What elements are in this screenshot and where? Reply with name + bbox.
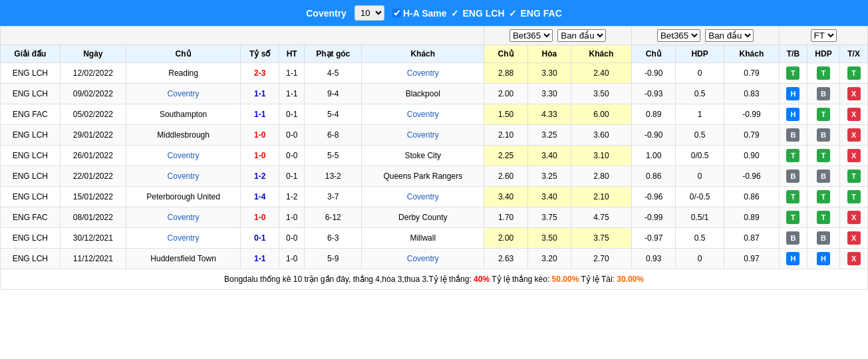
- count-select[interactable]: 10 20: [355, 5, 384, 21]
- col-ht: HT: [279, 45, 305, 63]
- badge-tb: B: [786, 128, 799, 142]
- cell-date: 29/01/2022: [60, 125, 126, 146]
- badge-tb: T: [786, 190, 799, 203]
- footer-text2: Tỷ lệ thắng kèo:: [490, 275, 552, 284]
- badge-tx: X: [847, 128, 861, 142]
- badge-hdp: B: [817, 87, 830, 100]
- cell-away: Coventry: [362, 187, 484, 207]
- away-name: Derby County: [398, 213, 447, 222]
- badge-tx: T: [847, 66, 861, 80]
- home-link[interactable]: Coventry: [168, 89, 200, 98]
- col-o5: HDP: [676, 45, 724, 63]
- cell-away: Queens Park Rangers: [362, 166, 484, 187]
- away-link[interactable]: Coventry: [407, 68, 439, 78]
- cell-b1: T: [780, 187, 807, 207]
- home-link[interactable]: Coventry: [168, 172, 200, 181]
- away-link[interactable]: Coventry: [407, 192, 439, 201]
- badge-hdp: H: [817, 252, 830, 265]
- cell-ht: 0-1: [279, 166, 305, 187]
- badge-tb: T: [786, 66, 799, 80]
- home-link[interactable]: Coventry: [168, 151, 200, 160]
- cell-o5: 0: [676, 166, 724, 187]
- bet365-select-1[interactable]: Bet365: [509, 29, 553, 42]
- cell-b3: X: [840, 207, 868, 228]
- col-corners: Phạt góc: [305, 45, 362, 63]
- cell-b1: B: [780, 228, 807, 249]
- cell-league: ENG LCH: [1, 63, 61, 84]
- badge-tx: X: [847, 149, 861, 162]
- cell-b2: B: [807, 84, 839, 104]
- cell-o5: 0: [676, 249, 724, 269]
- away-name: Blackpool: [406, 89, 440, 98]
- ban-dau-select-2[interactable]: Ban đầu: [705, 29, 754, 42]
- cell-o4: -0.97: [632, 228, 676, 249]
- away-link[interactable]: Coventry: [407, 254, 439, 263]
- cell-o2: 3.30: [528, 84, 571, 104]
- cell-b2: T: [807, 104, 839, 125]
- cell-o3: 2.40: [571, 63, 631, 84]
- cell-o2: 3.25: [528, 125, 571, 146]
- cell-b1: H: [780, 104, 807, 125]
- cell-away: Coventry: [362, 63, 484, 84]
- cell-corners: 3-7: [305, 187, 362, 207]
- home-link[interactable]: Coventry: [168, 233, 200, 243]
- cell-league: ENG LCH: [1, 187, 61, 207]
- cell-o4: -0.93: [632, 84, 676, 104]
- cell-corners: 9-4: [305, 84, 362, 104]
- cell-corners: 6-3: [305, 228, 362, 249]
- ha-same-checkbox[interactable]: [392, 9, 401, 17]
- cell-home: Coventry: [126, 146, 240, 166]
- eng-lch-label[interactable]: ENG LCH: [463, 8, 505, 19]
- cell-home: Coventry: [126, 207, 240, 228]
- cell-score: 1-2: [241, 166, 279, 187]
- eng-fac-label[interactable]: ENG FAC: [521, 8, 562, 19]
- col-o6: Khách: [724, 45, 779, 63]
- ft-select[interactable]: FT: [811, 29, 837, 42]
- badge-tx: X: [847, 108, 861, 121]
- table-row: ENG FAC 08/01/2022 Coventry 1-0 1-0 6-12…: [1, 207, 868, 228]
- cell-b2: T: [807, 207, 839, 228]
- away-name: Stoke City: [404, 151, 441, 160]
- cell-away: Coventry: [362, 104, 484, 125]
- cell-b3: T: [840, 187, 868, 207]
- cell-ht: 0-0: [279, 125, 305, 146]
- cell-ht: 1-2: [279, 187, 305, 207]
- cell-b3: T: [840, 166, 868, 187]
- cell-o1: 2.25: [484, 146, 528, 166]
- col-score: Tỷ số: [241, 45, 279, 63]
- cell-home: Reading: [126, 63, 240, 84]
- col-tb: T/B: [780, 45, 807, 63]
- cell-b3: T: [840, 63, 868, 84]
- cell-o2: 3.20: [528, 249, 571, 269]
- controls-row: Bet365 Ban đầu Bet365 Ban đầu FT: [1, 27, 868, 45]
- cell-o5: 0.5: [676, 84, 724, 104]
- away-link[interactable]: Coventry: [407, 130, 439, 140]
- cell-o2: 4.33: [528, 104, 571, 125]
- filter-group: H-A Same ✓ ENG LCH ✓ ENG FAC: [392, 8, 562, 19]
- bet365-select-2[interactable]: Bet365: [657, 29, 700, 42]
- badge-tx: X: [847, 211, 861, 224]
- cell-o2: 3.75: [528, 207, 571, 228]
- cell-away: Millwall: [362, 228, 484, 249]
- cell-score: 1-1: [241, 249, 279, 269]
- header-bar: Coventry 10 20 H-A Same ✓ ENG LCH ✓ ENG …: [0, 0, 868, 26]
- ban-dau-select-1[interactable]: Ban đầu: [557, 29, 606, 42]
- cell-corners: 5-5: [305, 146, 362, 166]
- cell-corners: 6-12: [305, 207, 362, 228]
- cell-b2: T: [807, 146, 839, 166]
- away-link[interactable]: Coventry: [407, 110, 439, 119]
- cell-o4: 0.93: [632, 249, 676, 269]
- cell-score: 1-4: [241, 187, 279, 207]
- cell-o6: 0.79: [724, 125, 779, 146]
- home-link[interactable]: Coventry: [168, 213, 200, 222]
- col-home: Chủ: [126, 45, 240, 63]
- badge-tx: T: [847, 170, 861, 183]
- col-o3: Khách: [571, 45, 631, 63]
- cell-o3: 2.10: [571, 187, 631, 207]
- ha-same-label[interactable]: H-A Same: [392, 8, 447, 19]
- cell-ht: 1-0: [279, 207, 305, 228]
- cell-o3: 3.10: [571, 146, 631, 166]
- badge-hdp: B: [817, 170, 830, 183]
- cell-b3: X: [840, 84, 868, 104]
- table-row: ENG FAC 05/02/2022 Southampton 1-1 0-1 5…: [1, 104, 868, 125]
